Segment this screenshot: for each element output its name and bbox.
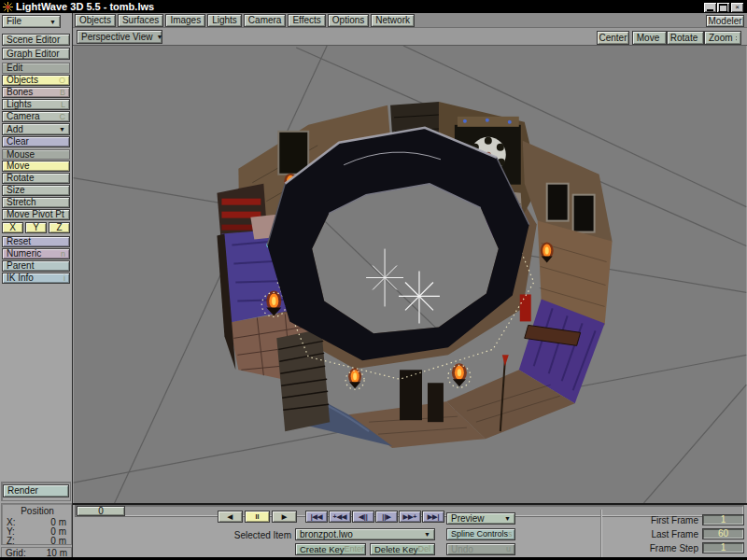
undo-button[interactable]: Undou — [446, 543, 515, 555]
go-to-end-button[interactable]: ▶▶| — [422, 511, 444, 523]
app-sunburst-icon — [3, 2, 13, 12]
mouse-size-button[interactable]: Size — [2, 185, 70, 196]
tab-surfaces[interactable]: Surfaces — [118, 14, 163, 27]
last-frame-field[interactable]: 60 — [702, 528, 744, 539]
edit-objects-button[interactable]: ObjectsO — [2, 75, 70, 86]
mouse-move-button[interactable]: Move — [2, 161, 70, 172]
chevron-down-icon: ▼ — [49, 19, 56, 25]
axis-z-toggle[interactable]: Z — [49, 222, 70, 233]
window-title: LightWave 3D 5.5 - tomb.lws — [16, 1, 154, 12]
mouse-section-header: Mouse — [2, 149, 70, 160]
graph-editor-button[interactable]: Graph Editor — [2, 48, 70, 60]
go-to-start-button[interactable]: |◀◀ — [305, 511, 328, 523]
z-axis-label: Z: — [7, 537, 15, 546]
last-frame-label: Last Frame — [605, 530, 698, 539]
edit-bones-button[interactable]: BonesB — [2, 87, 70, 98]
tab-objects[interactable]: Objects — [75, 14, 116, 27]
center-button[interactable]: Center — [597, 31, 629, 45]
scene-editor-button[interactable]: Scene Editor — [2, 34, 70, 46]
axis-y-toggle[interactable]: Y — [25, 222, 47, 233]
reset-button[interactable]: Reset — [2, 236, 70, 247]
step-forward-button[interactable]: ||▶ — [375, 511, 398, 523]
render-button[interactable]: Render — [3, 484, 69, 497]
move-pivot-point-button[interactable]: Move Pivot Pt — [2, 209, 70, 220]
delete-key-button[interactable]: Delete KeyDel — [370, 543, 435, 555]
tab-effects[interactable]: Effects — [288, 14, 325, 27]
rotate-view-button[interactable]: Rotate — [667, 31, 704, 45]
play-forward-button[interactable]: ▶ — [272, 511, 297, 523]
position-group: Position X: 0 m Y: 0 m Z: 0 m — [1, 503, 72, 545]
edit-section-header: Edit — [2, 63, 70, 74]
top-tabs: Objects Surfaces Images Lights Camera Ef… — [75, 14, 415, 27]
chevron-down-icon: ▼ — [59, 126, 65, 133]
view-selector-dropdown[interactable]: Perspective View▼ — [77, 30, 162, 44]
maximize-button[interactable] — [716, 2, 730, 13]
close-button[interactable]: × — [730, 2, 744, 13]
frame-slider-handle[interactable]: 0 — [77, 506, 125, 516]
tab-lights[interactable]: Lights — [207, 14, 242, 27]
lightwave-window: LightWave 3D 5.5 - tomb.lws × Objects Su… — [0, 0, 747, 560]
chevron-down-icon: ▼ — [424, 531, 430, 538]
move-view-button[interactable]: Move — [632, 31, 667, 45]
chevron-down-icon: ▼ — [504, 515, 511, 522]
tab-camera[interactable]: Camera — [244, 14, 287, 27]
first-frame-field[interactable]: 1 — [702, 514, 744, 525]
tab-network[interactable]: Network — [371, 14, 415, 27]
axis-x-toggle[interactable]: X — [2, 222, 23, 233]
zoom-view-button[interactable]: Zoom — [704, 31, 741, 45]
jump-forward-button[interactable]: ▶▶+ — [399, 511, 421, 523]
arched-window — [278, 132, 308, 175]
edit-lights-button[interactable]: LightsL — [2, 99, 70, 110]
numeric-button[interactable]: Numericn — [2, 248, 70, 259]
ik-info-button[interactable]: IK Infoi — [2, 273, 70, 284]
chevron-down-icon: ▼ — [157, 34, 162, 40]
file-menu-button[interactable]: File▼ — [2, 15, 61, 28]
jump-back-button[interactable]: +◀◀ — [329, 511, 351, 523]
parent-button[interactable]: Parent — [2, 260, 70, 272]
step-back-button[interactable]: ◀|| — [352, 511, 374, 523]
pause-button[interactable]: II — [245, 511, 270, 523]
add-dropdown-button[interactable]: Add▼ — [2, 123, 70, 135]
tab-options[interactable]: Options — [328, 14, 369, 27]
modeler-button[interactable]: Modeler — [706, 15, 744, 27]
position-title: Position — [2, 507, 73, 516]
spline-controls-button[interactable]: Spline Controlss — [446, 528, 515, 540]
selected-item-label: Selected Item — [224, 531, 291, 540]
z-position-value: 0 m — [50, 537, 66, 546]
first-frame-label: First Frame — [605, 516, 698, 525]
mouse-rotate-button[interactable]: Rotate — [2, 173, 70, 184]
edit-camera-button[interactable]: CameraC — [2, 111, 70, 122]
close-icon: × — [735, 4, 740, 11]
zoom-updown-icon — [736, 34, 737, 43]
frame-step-label: Frame Step — [605, 544, 698, 553]
title-bar[interactable]: LightWave 3D 5.5 - tomb.lws × — [0, 0, 747, 13]
frame-step-field[interactable]: 1 — [702, 542, 744, 553]
clear-button[interactable]: Clear — [2, 136, 70, 147]
tab-images[interactable]: Images — [165, 14, 205, 27]
minimize-button[interactable] — [703, 2, 717, 13]
preview-dropdown[interactable]: Preview▼ — [446, 512, 515, 525]
divider — [600, 510, 601, 557]
selected-item-dropdown[interactable]: bronzpot.lwo▼ — [295, 528, 435, 540]
viewport-3d-scene[interactable] — [73, 45, 747, 503]
mouse-stretch-button[interactable]: Stretch — [2, 197, 70, 208]
create-key-button[interactable]: Create KeyEnter — [295, 543, 366, 555]
play-reverse-button[interactable]: ◀ — [218, 511, 243, 523]
